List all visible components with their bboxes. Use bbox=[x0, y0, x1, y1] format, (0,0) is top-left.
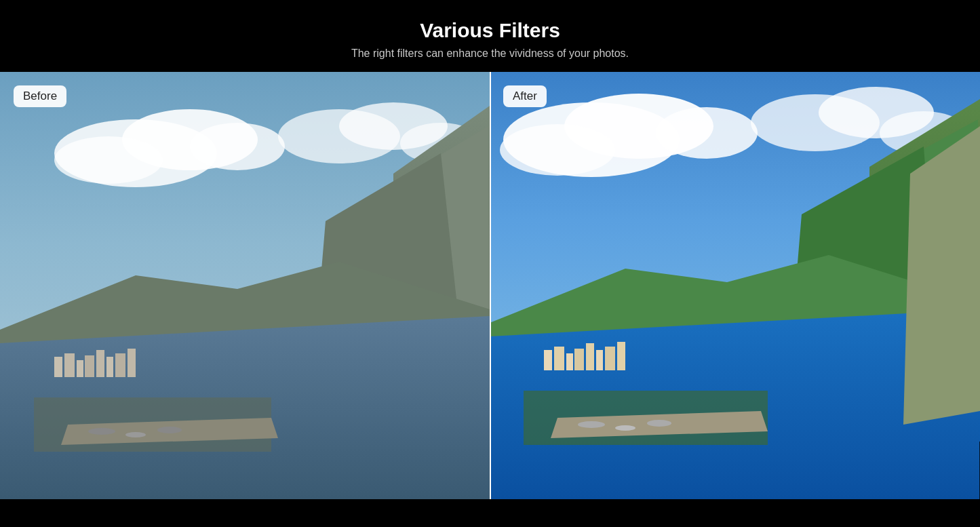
svg-rect-19 bbox=[106, 357, 113, 377]
page-title: Various Filters bbox=[0, 19, 980, 42]
svg-point-30 bbox=[656, 107, 758, 159]
svg-point-3 bbox=[54, 136, 163, 184]
svg-marker-52 bbox=[903, 126, 980, 425]
svg-point-29 bbox=[500, 124, 615, 176]
svg-rect-46 bbox=[605, 347, 615, 370]
svg-rect-14 bbox=[54, 357, 62, 377]
svg-point-4 bbox=[190, 123, 285, 170]
after-label: After bbox=[503, 85, 547, 107]
before-panel: Before bbox=[0, 72, 490, 499]
comparison-container: Before bbox=[0, 72, 980, 499]
svg-rect-44 bbox=[586, 343, 594, 370]
svg-rect-18 bbox=[96, 350, 104, 377]
svg-rect-41 bbox=[554, 347, 564, 370]
svg-point-23 bbox=[88, 428, 115, 435]
svg-point-25 bbox=[157, 427, 182, 433]
svg-rect-43 bbox=[574, 349, 584, 370]
svg-rect-15 bbox=[64, 353, 75, 377]
after-panel: After NoneGourmetPleasantStyleSaturatedS… bbox=[490, 72, 980, 499]
comparison-divider bbox=[490, 72, 491, 499]
svg-rect-21 bbox=[128, 349, 136, 377]
svg-rect-20 bbox=[115, 353, 125, 377]
svg-point-49 bbox=[578, 421, 605, 428]
svg-point-51 bbox=[647, 420, 671, 427]
svg-rect-45 bbox=[596, 350, 603, 370]
svg-rect-16 bbox=[77, 360, 83, 377]
svg-rect-47 bbox=[617, 342, 625, 370]
svg-point-50 bbox=[615, 425, 635, 431]
svg-rect-40 bbox=[544, 350, 552, 370]
svg-rect-42 bbox=[566, 353, 573, 370]
before-label: Before bbox=[14, 85, 66, 107]
svg-rect-17 bbox=[85, 355, 94, 377]
svg-point-24 bbox=[125, 432, 146, 437]
page-header: Various Filters The right filters can en… bbox=[0, 0, 980, 72]
page-subtitle: The right filters can enhance the vividn… bbox=[0, 47, 980, 60]
